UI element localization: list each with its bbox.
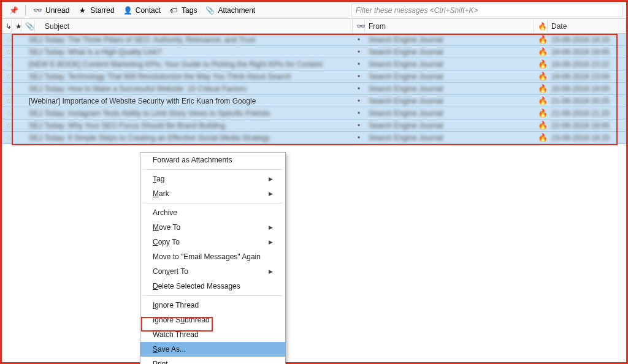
filter-starred-label: Starred <box>90 6 114 15</box>
menu-delete-selected[interactable]: Delete Selected Messages <box>140 279 285 294</box>
star-toggle[interactable]: ☆ <box>2 85 12 93</box>
message-row[interactable]: ☆SEJ Today: The Three Pillars of SEO: Au… <box>2 34 626 46</box>
star-toggle[interactable]: ☆ <box>2 48 12 56</box>
correspondent-dot: • <box>353 60 365 69</box>
star-outline-icon: ☆ <box>6 109 12 118</box>
menu-archive[interactable]: Archive <box>140 205 285 220</box>
menu-forward-attachments[interactable]: Forward as Attachments <box>140 153 285 167</box>
menu-tag[interactable]: Tag▶ <box>140 172 285 186</box>
message-from: Search Engine Journal <box>365 134 534 142</box>
message-date: 21-06-2018 21:25 <box>548 109 626 118</box>
chevron-right-icon: ▶ <box>269 268 273 275</box>
fire-icon: 🔥 <box>538 35 548 44</box>
message-row[interactable]: ☆[NEW E-BOOK] Content Marketing KPIs: Yo… <box>2 58 626 70</box>
col-priority[interactable]: 🔥 <box>534 20 548 32</box>
star-outline-icon: ☆ <box>6 97 12 105</box>
menu-separator <box>143 169 283 170</box>
message-row[interactable]: ☆SEJ Today: What Is a High-Quality Link?… <box>2 46 626 58</box>
message-subject: [NEW E-BOOK] Content Marketing KPIs: You… <box>25 60 353 69</box>
message-from: Search Engine Journal <box>365 60 534 69</box>
message-date: 19-06-2018 23:04 <box>548 72 626 81</box>
fire-icon: 🔥 <box>538 59 548 69</box>
search-input[interactable]: Filter these messages <Ctrl+Shift+K> <box>351 4 622 17</box>
star-toggle[interactable]: ☆ <box>2 109 12 118</box>
menu-save-as[interactable]: Save As... <box>140 342 285 357</box>
tag-icon: 🏷 <box>169 6 178 15</box>
message-row[interactable]: ☆SEJ Today: Instagram Tests Ability to L… <box>2 107 626 119</box>
star-toggle[interactable]: ☆ <box>2 134 12 142</box>
message-from: Search Engine Journal <box>365 36 534 44</box>
correspondent-dot: • <box>353 48 365 56</box>
message-subject: SEJ Today: Instagram Tests Ability to Li… <box>25 109 353 118</box>
filter-starred[interactable]: ★Starred <box>74 4 118 17</box>
correspondent-dot: • <box>353 121 365 130</box>
menu-ignore-thread[interactable]: Ignore Thread <box>140 298 285 313</box>
chevron-right-icon: ▶ <box>269 191 273 197</box>
filter-unread[interactable]: 👓Unread <box>29 4 73 17</box>
col-from[interactable]: From <box>365 20 534 32</box>
fire-icon: 🔥 <box>538 108 548 118</box>
menu-convert-to[interactable]: Convert To▶ <box>140 264 285 279</box>
contact-icon: 👤 <box>123 6 132 15</box>
context-menu: Forward as Attachments Tag▶ Mark▶ Archiv… <box>140 152 286 364</box>
filter-contact[interactable]: 👤Contact <box>120 4 164 17</box>
priority-indicator: 🔥 <box>534 35 548 44</box>
priority-indicator: 🔥 <box>534 96 548 105</box>
message-subject: SEJ Today: Why Your SEO Focus Should Be … <box>25 121 353 130</box>
col-read[interactable]: 👓 <box>353 20 365 32</box>
correspondent-dot: • <box>353 85 365 93</box>
message-from: Search Engine Journal <box>365 109 534 118</box>
priority-indicator: 🔥 <box>534 108 548 118</box>
star-outline-icon: ☆ <box>6 60 12 69</box>
correspondent-dot: • <box>353 109 365 118</box>
pin-toggle[interactable]: 📌 <box>6 4 21 17</box>
message-row[interactable]: ☆SEJ Today: Technology That Will Revolut… <box>2 70 626 83</box>
menu-ignore-subthread[interactable]: Ignore Subthread <box>140 313 285 327</box>
message-from: Search Engine Journal <box>365 97 534 105</box>
message-row[interactable]: ☆SEJ Today: How to Make a Successful Web… <box>2 83 626 95</box>
col-star[interactable]: ★ <box>12 20 21 32</box>
message-row[interactable]: ☆[Webinar] Importance of Website Securit… <box>2 95 626 107</box>
priority-indicator: 🔥 <box>534 133 548 142</box>
star-toggle[interactable]: ☆ <box>2 121 12 130</box>
star-toggle[interactable]: ☆ <box>2 97 12 105</box>
filter-attachment-label: Attachment <box>218 6 255 15</box>
message-date: 23-06-2018 18:25 <box>548 134 626 142</box>
star-outline-icon: ☆ <box>6 85 12 93</box>
menu-print[interactable]: Print... <box>140 357 285 364</box>
message-subject: [Webinar] Importance of Website Security… <box>25 97 353 105</box>
star-toggle[interactable]: ☆ <box>2 72 12 81</box>
menu-move-to[interactable]: Move To▶ <box>140 220 285 235</box>
star-outline-icon: ☆ <box>6 36 12 44</box>
filter-attachment[interactable]: 📎Attachment <box>202 4 259 17</box>
star-outline-icon: ☆ <box>6 48 12 56</box>
message-subject: SEJ Today: The Three Pillars of SEO: Aut… <box>25 36 353 44</box>
message-date: 21-06-2018 20:25 <box>548 97 626 105</box>
star-toggle[interactable]: ☆ <box>2 60 12 69</box>
col-subject[interactable]: Subject <box>35 20 353 32</box>
col-attachment[interactable]: 📎 <box>21 20 35 32</box>
message-row[interactable]: ☆SEJ Today: 9 Simple Steps to Creating a… <box>2 132 626 144</box>
col-date[interactable]: Date <box>548 20 626 32</box>
menu-watch-thread[interactable]: Watch Thread <box>140 327 285 342</box>
star-toggle[interactable]: ☆ <box>2 36 12 44</box>
message-date: 20-06-2018 18:05 <box>548 85 626 93</box>
filter-tags[interactable]: 🏷Tags <box>166 4 201 17</box>
filter-contact-label: Contact <box>136 6 161 15</box>
menu-move-again[interactable]: Move to "Email Messages" Again <box>140 249 285 264</box>
message-from: Search Engine Journal <box>365 72 534 81</box>
col-thread[interactable]: ↳ <box>2 20 12 32</box>
menu-mark[interactable]: Mark▶ <box>140 186 285 201</box>
menu-copy-to[interactable]: Copy To▶ <box>140 235 285 249</box>
message-from: Search Engine Journal <box>365 85 534 93</box>
chevron-right-icon: ▶ <box>269 176 273 182</box>
message-date: 18-06-2018 18:05 <box>548 48 626 56</box>
filter-tags-label: Tags <box>182 6 197 15</box>
correspondent-dot: • <box>353 134 365 142</box>
priority-indicator: 🔥 <box>534 72 548 81</box>
correspondent-dot: • <box>353 36 365 44</box>
chevron-right-icon: ▶ <box>269 224 273 230</box>
priority-indicator: 🔥 <box>534 84 548 93</box>
star-outline-icon: ☆ <box>6 121 12 130</box>
message-row[interactable]: ☆SEJ Today: Why Your SEO Focus Should Be… <box>2 119 626 132</box>
